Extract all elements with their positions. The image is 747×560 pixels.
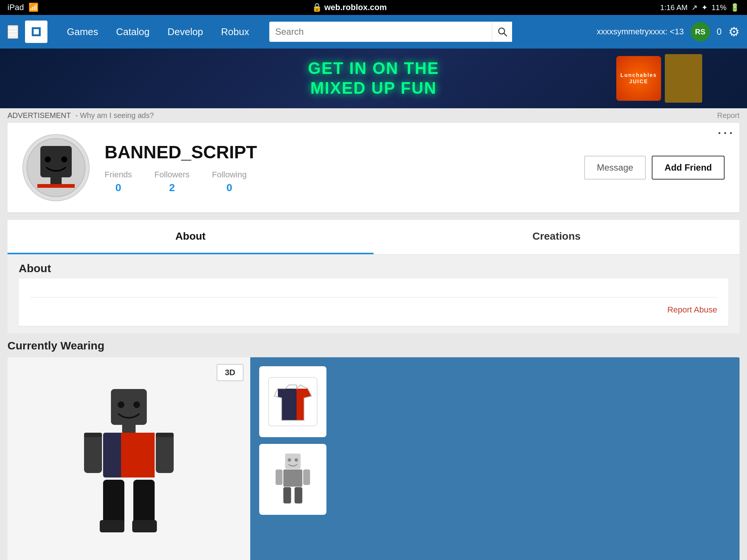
- svg-rect-18: [103, 480, 124, 525]
- svg-rect-13: [122, 425, 136, 433]
- wearing-item-figure[interactable]: [259, 444, 326, 515]
- wearing-3d-view: 3D: [7, 357, 250, 560]
- search-input[interactable]: [269, 22, 512, 42]
- svg-rect-10: [111, 389, 147, 425]
- ad-notice-label: ADVERTISEMENT: [7, 111, 71, 120]
- nav-develop[interactable]: Develop: [158, 15, 212, 49]
- svg-point-28: [288, 458, 291, 461]
- profile-tabs: About Creations: [7, 220, 740, 255]
- device-label: iPad: [7, 3, 24, 12]
- stat-followers: Followers 2: [154, 170, 189, 194]
- status-url: 🔒 web.roblox.com: [312, 3, 387, 12]
- svg-rect-22: [84, 433, 102, 437]
- svg-point-6: [45, 156, 51, 162]
- roblox-logo[interactable]: [25, 21, 47, 43]
- svg-rect-34: [295, 487, 303, 504]
- svg-rect-27: [285, 454, 301, 469]
- ad-notice: ADVERTISEMENT - Why am I seeing ads? Rep…: [0, 108, 747, 123]
- robux-icon[interactable]: RS: [691, 22, 710, 41]
- svg-rect-20: [100, 520, 124, 532]
- profile-more-button[interactable]: • • •: [718, 130, 733, 137]
- stat-friends: Friends 0: [105, 170, 132, 194]
- profile-info: BANNED_SCRIPT Friends 0 Followers 2 Foll…: [105, 142, 569, 194]
- add-friend-button[interactable]: Add Friend: [652, 156, 725, 180]
- battery-label: 11%: [712, 3, 726, 12]
- wearing-section: Currently Wearing 3D: [7, 333, 740, 560]
- stat-following: Following 0: [212, 170, 247, 194]
- report-abuse-link[interactable]: Report Abuse: [30, 305, 717, 315]
- roblox-logo-svg: [29, 24, 44, 39]
- message-button[interactable]: Message: [584, 156, 646, 180]
- tab-about[interactable]: About: [7, 220, 374, 254]
- svg-rect-33: [283, 487, 291, 504]
- nav-catalog[interactable]: Catalog: [107, 15, 159, 49]
- svg-rect-1: [34, 29, 39, 34]
- svg-rect-15: [121, 433, 155, 477]
- about-content: Report Abuse: [19, 279, 728, 326]
- avatar-svg: [26, 138, 86, 197]
- bluetooth-icon: ✦: [701, 3, 708, 12]
- settings-icon[interactable]: ⚙: [728, 24, 740, 39]
- time-display: 1:16 AM: [660, 3, 688, 12]
- svg-point-7: [61, 156, 67, 162]
- svg-rect-32: [303, 469, 310, 485]
- figure-item-svg: [270, 451, 315, 507]
- ad-lunchables-area: LunchablesJUICE: [616, 54, 702, 103]
- profile-stats: Friends 0 Followers 2 Following 0: [105, 170, 569, 194]
- ad-banner: GET IN ON THE MIXED UP FUN LunchablesJUI…: [0, 49, 747, 108]
- svg-rect-17: [156, 433, 174, 473]
- stat-followers-value: 2: [154, 182, 189, 194]
- svg-rect-21: [132, 520, 157, 532]
- svg-rect-9: [37, 184, 75, 188]
- hamburger-menu[interactable]: ☰: [7, 25, 18, 39]
- ad-report-link[interactable]: Report: [717, 111, 740, 120]
- svg-point-11: [118, 401, 124, 408]
- status-bar-left: iPad 📶: [7, 3, 38, 12]
- character-3d-svg: [65, 383, 192, 540]
- svg-rect-19: [133, 480, 155, 525]
- shirt-item-svg: [267, 376, 319, 428]
- nav-games[interactable]: Games: [58, 15, 107, 49]
- battery-icon: 🔋: [730, 3, 740, 12]
- about-heading: About: [19, 262, 728, 275]
- svg-point-29: [295, 458, 298, 461]
- nav-username: xxxxsymmetryxxxx: <13: [597, 27, 684, 37]
- search-icon: [498, 27, 507, 37]
- stat-following-value: 0: [212, 182, 247, 194]
- search-button[interactable]: [492, 22, 512, 42]
- nav-robux[interactable]: Robux: [212, 15, 258, 49]
- ad-notice-why[interactable]: - Why am I seeing ads?: [75, 111, 154, 120]
- profile-avatar: [22, 134, 90, 201]
- robux-count: 0: [717, 27, 722, 37]
- svg-rect-30: [283, 469, 303, 486]
- svg-rect-8: [50, 177, 62, 184]
- ad-character: [665, 54, 702, 103]
- profile-card: • • • BANNED_SCRIPT Friends 0 Followers: [7, 123, 740, 212]
- profile-username: BANNED_SCRIPT: [105, 142, 569, 162]
- wearing-item-shirt[interactable]: [259, 366, 326, 437]
- stat-following-label: Following: [212, 170, 247, 180]
- wearing-items-panel: [250, 357, 740, 560]
- about-divider: [30, 297, 717, 298]
- location-icon: ↗: [691, 3, 698, 12]
- stat-friends-value: 0: [105, 182, 132, 194]
- svg-rect-16: [84, 433, 102, 473]
- stat-friends-label: Friends: [105, 170, 132, 180]
- stat-followers-label: Followers: [154, 170, 189, 180]
- ad-banner-text: GET IN ON THE MIXED UP FUN: [308, 59, 439, 98]
- url-text: web.roblox.com: [324, 3, 387, 12]
- btn-3d-toggle[interactable]: 3D: [217, 364, 244, 381]
- svg-rect-31: [276, 469, 282, 485]
- svg-point-12: [133, 401, 140, 408]
- profile-actions: Message Add Friend: [584, 156, 725, 180]
- lock-icon: 🔒: [312, 3, 322, 12]
- svg-rect-23: [156, 433, 174, 437]
- tab-creations[interactable]: Creations: [374, 220, 740, 254]
- nav-links: Games Catalog Develop Robux: [58, 15, 258, 49]
- svg-point-2: [499, 28, 505, 34]
- navbar: ☰ Games Catalog Develop Robux xxxxsymmet…: [0, 15, 747, 49]
- ad-lunchables-logo: LunchablesJUICE: [616, 56, 661, 101]
- ad-notice-left: ADVERTISEMENT - Why am I seeing ads?: [7, 111, 154, 120]
- svg-rect-5: [40, 146, 72, 177]
- status-bar-right: 1:16 AM ↗ ✦ 11% 🔋: [660, 3, 740, 12]
